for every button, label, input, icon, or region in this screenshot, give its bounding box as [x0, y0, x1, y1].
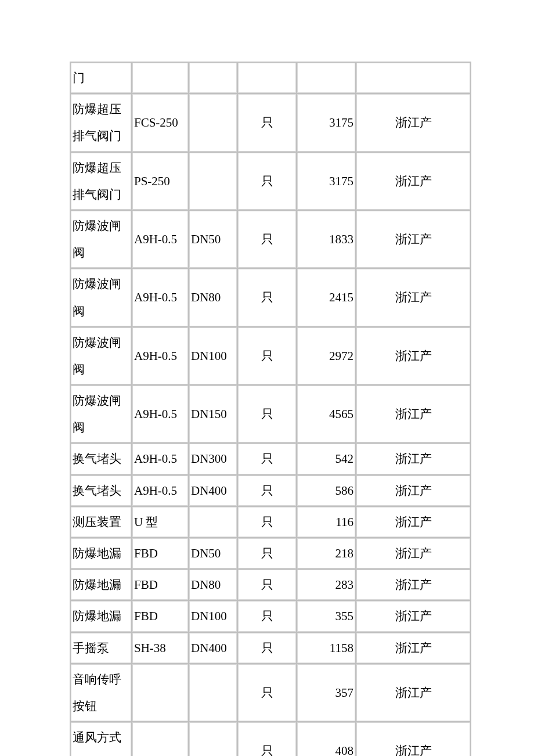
origin-cell: 浙江产	[356, 570, 470, 600]
product-name-cell: 防爆波闸阀	[71, 327, 131, 384]
product-name-cell: 音响传呼按钮	[71, 664, 131, 721]
price-cell: 4565	[297, 386, 355, 442]
spec-cell: DN100	[189, 601, 237, 631]
table-row: 换气堵头A9H-0.5DN300只542浙江产	[71, 444, 470, 474]
price-cell: 586	[297, 476, 355, 506]
table-row: 防爆地漏FBDDN100只355浙江产	[71, 601, 470, 631]
spec-cell	[189, 664, 237, 721]
product-name-cell: 防爆地漏	[71, 601, 131, 631]
unit-cell: 只	[238, 664, 296, 721]
price-table: 门防爆超压排气阀门FCS-250只3175浙江产防爆超压排气阀门PS-250只3…	[70, 62, 471, 756]
table-row: 手摇泵SH-38DN400只1158浙江产	[71, 633, 470, 663]
model-cell: A9H-0.5	[132, 476, 188, 506]
origin-cell: 浙江产	[356, 601, 470, 631]
table-row: 防爆波闸阀A9H-0.5DN80只2415浙江产	[71, 269, 470, 326]
spec-cell: DN80	[189, 269, 237, 326]
price-cell: 408	[297, 722, 355, 756]
product-name-cell: 换气堵头	[71, 476, 131, 506]
unit-cell: 只	[238, 476, 296, 506]
product-name-cell: 防爆波闸阀	[71, 386, 131, 442]
origin-cell: 浙江产	[356, 444, 470, 474]
spec-cell	[189, 63, 237, 93]
product-name-cell: 手摇泵	[71, 633, 131, 663]
spec-cell: DN80	[189, 570, 237, 600]
origin-cell: 浙江产	[356, 211, 470, 268]
table-row: 测压装置U 型只116浙江产	[71, 507, 470, 537]
unit-cell: 只	[238, 633, 296, 663]
price-cell: 2415	[297, 269, 355, 326]
model-cell: SH-38	[132, 633, 188, 663]
table-row: 门	[71, 63, 470, 93]
origin-cell: 浙江产	[356, 327, 470, 384]
unit-cell	[238, 63, 296, 93]
model-cell: A9H-0.5	[132, 327, 188, 384]
origin-cell: 浙江产	[356, 507, 470, 537]
unit-cell: 只	[238, 153, 296, 210]
spec-cell	[189, 507, 237, 537]
price-cell: 542	[297, 444, 355, 474]
product-name-cell: 通风方式信号灯箱	[71, 722, 131, 756]
model-cell: FBD	[132, 601, 188, 631]
price-cell: 283	[297, 570, 355, 600]
price-cell: 218	[297, 538, 355, 568]
origin-cell: 浙江产	[356, 538, 470, 568]
price-cell: 355	[297, 601, 355, 631]
unit-cell: 只	[238, 538, 296, 568]
unit-cell: 只	[238, 269, 296, 326]
product-name-cell: 防爆超压排气阀门	[71, 153, 131, 210]
unit-cell: 只	[238, 570, 296, 600]
product-name-cell: 防爆波闸阀	[71, 211, 131, 268]
origin-cell: 浙江产	[356, 476, 470, 506]
spec-cell: DN50	[189, 211, 237, 268]
spec-cell	[189, 94, 237, 151]
product-name-cell: 防爆地漏	[71, 570, 131, 600]
model-cell	[132, 664, 188, 721]
model-cell	[132, 722, 188, 756]
model-cell: A9H-0.5	[132, 386, 188, 442]
spec-cell: DN100	[189, 327, 237, 384]
spec-cell: DN300	[189, 444, 237, 474]
spec-cell: DN400	[189, 476, 237, 506]
table-row: 通风方式信号灯箱只408浙江产	[71, 722, 470, 756]
product-name-cell: 测压装置	[71, 507, 131, 537]
model-cell	[132, 63, 188, 93]
model-cell: A9H-0.5	[132, 211, 188, 268]
table-row: 音响传呼按钮只357浙江产	[71, 664, 470, 721]
unit-cell: 只	[238, 94, 296, 151]
unit-cell: 只	[238, 444, 296, 474]
product-name-cell: 防爆超压排气阀门	[71, 94, 131, 151]
model-cell: FBD	[132, 570, 188, 600]
model-cell: PS-250	[132, 153, 188, 210]
product-name-cell: 门	[71, 63, 131, 93]
origin-cell: 浙江产	[356, 153, 470, 210]
table-row: 防爆超压排气阀门PS-250只3175浙江产	[71, 153, 470, 210]
origin-cell: 浙江产	[356, 94, 470, 151]
table-row: 防爆地漏FBDDN80只283浙江产	[71, 570, 470, 600]
price-table-body: 门防爆超压排气阀门FCS-250只3175浙江产防爆超压排气阀门PS-250只3…	[71, 63, 470, 756]
price-cell: 1158	[297, 633, 355, 663]
model-cell: U 型	[132, 507, 188, 537]
model-cell: A9H-0.5	[132, 444, 188, 474]
spec-cell	[189, 722, 237, 756]
price-cell: 357	[297, 664, 355, 721]
price-cell: 3175	[297, 94, 355, 151]
origin-cell: 浙江产	[356, 386, 470, 442]
unit-cell: 只	[238, 211, 296, 268]
origin-cell	[356, 63, 470, 93]
origin-cell: 浙江产	[356, 722, 470, 756]
table-row: 防爆地漏FBDDN50只218浙江产	[71, 538, 470, 568]
model-cell: FCS-250	[132, 94, 188, 151]
unit-cell: 只	[238, 722, 296, 756]
spec-cell	[189, 153, 237, 210]
product-name-cell: 防爆地漏	[71, 538, 131, 568]
unit-cell: 只	[238, 386, 296, 442]
product-name-cell: 换气堵头	[71, 444, 131, 474]
model-cell: A9H-0.5	[132, 269, 188, 326]
spec-cell: DN400	[189, 633, 237, 663]
unit-cell: 只	[238, 601, 296, 631]
table-row: 防爆波闸阀A9H-0.5DN100只2972浙江产	[71, 327, 470, 384]
document-page: 门防爆超压排气阀门FCS-250只3175浙江产防爆超压排气阀门PS-250只3…	[0, 0, 534, 756]
spec-cell: DN150	[189, 386, 237, 442]
table-row: 防爆波闸阀A9H-0.5DN50只1833浙江产	[71, 211, 470, 268]
price-cell: 116	[297, 507, 355, 537]
